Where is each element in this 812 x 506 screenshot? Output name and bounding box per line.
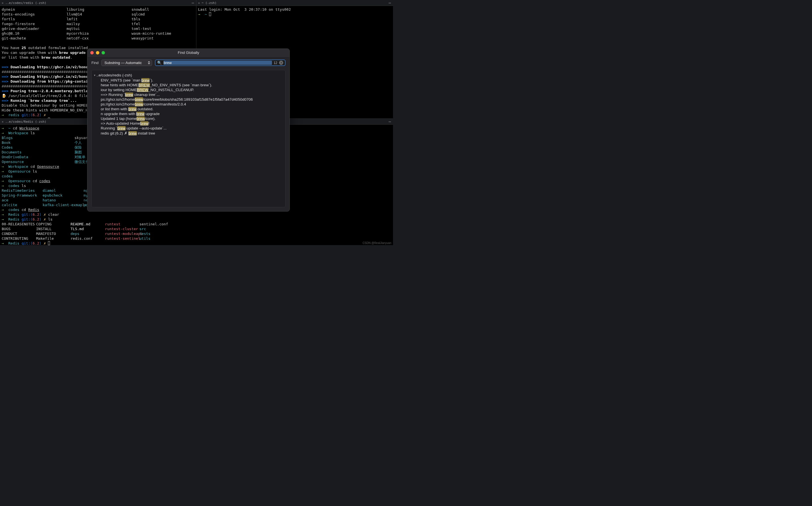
prompt-arrow-icon: → xyxy=(198,12,200,16)
git-branch: 6.2 xyxy=(33,217,39,222)
result-line[interactable]: ps://ghcr.io/v2/homebrew/core/tree/blobs… xyxy=(93,97,284,102)
window-zoom-icon[interactable] xyxy=(101,51,105,55)
result-line[interactable]: ps://ghcr.io/v2/homebrew/core/tree/manif… xyxy=(93,102,284,107)
result-line[interactable]: hese hints with HOMEBREW_NO_ENV_HINTS (s… xyxy=(93,83,284,87)
formula: git-machete xyxy=(2,36,67,40)
dir: 脑图 xyxy=(75,150,82,154)
prompt-arrow-icon: → xyxy=(2,179,4,183)
dir: Codes xyxy=(2,145,75,150)
cmd: ls xyxy=(48,217,53,222)
file: COPYING xyxy=(36,222,71,227)
cmd: ls xyxy=(21,184,26,188)
prompt-arrow-icon: → xyxy=(2,241,4,245)
file: 00-RELEASENOTES xyxy=(2,222,36,227)
cursor-icon xyxy=(48,241,50,245)
result-line[interactable]: n upgrade them with brew upgrade xyxy=(93,111,284,116)
file: redis.conf xyxy=(71,236,105,241)
window-minimize-icon[interactable] xyxy=(96,51,99,55)
cursor-icon xyxy=(48,117,50,118)
arrow-icon: ==> xyxy=(2,98,8,103)
pane-menu-icon[interactable]: ⋯ xyxy=(389,119,391,124)
dir: 个人 xyxy=(75,141,82,145)
cmd: clear xyxy=(48,213,59,217)
prompt-path: Redis xyxy=(4,213,22,217)
git-prefix: git:( xyxy=(21,213,32,217)
formula: weasyprint xyxy=(132,36,154,40)
file: README.md xyxy=(71,222,105,227)
file: TLS.md xyxy=(71,227,105,231)
formula: fuego-firestore xyxy=(2,21,67,26)
search-input[interactable]: brew xyxy=(163,61,272,65)
pane-menu-icon[interactable]: ⋯ xyxy=(389,1,391,5)
progress-bar: ######################################## xyxy=(2,70,90,74)
git-branch: 6.2 xyxy=(33,213,39,217)
tab-close-icon[interactable]: ✕ xyxy=(2,1,4,5)
prompt-path: Redis xyxy=(4,217,22,222)
dir: Spring-Framework xyxy=(2,193,43,198)
dir: Book xyxy=(2,140,75,145)
formula: lmfit xyxy=(67,17,132,21)
dialog-toolbar: Find Substring — Automatic 🔍 brew 12 ✕ xyxy=(87,57,290,69)
formula: fonts-encodings xyxy=(2,12,67,17)
cursor-icon xyxy=(209,12,211,16)
prompt-path: codes xyxy=(4,207,22,212)
dir: ace xyxy=(2,198,43,202)
text: . xyxy=(70,55,73,60)
formula: liburing xyxy=(67,7,132,12)
file: sentinel.conf xyxy=(139,222,168,226)
dirty-icon: ✗ xyxy=(42,117,46,118)
search-field[interactable]: 🔍 brew 12 ✕ xyxy=(155,60,286,66)
hint-line: Hide these hints with HOMEBREW_NO_ENV_HI… xyxy=(2,108,101,112)
count: 25 xyxy=(21,46,26,50)
result-line[interactable]: iour by setting HOMEBREW_NO_INSTALL_CLEA… xyxy=(93,87,284,92)
exec-file: runtest xyxy=(105,222,139,227)
dir: codes xyxy=(2,174,13,178)
formula: ghc@8.10 xyxy=(2,31,67,36)
result-line[interactable]: ENV_HINTS (see `man brew`). xyxy=(93,78,284,83)
git-branch: 6.2 xyxy=(33,241,39,245)
text: or list them with xyxy=(2,55,42,60)
dialog-titlebar[interactable]: Find Globally xyxy=(87,49,290,57)
tab-close-icon[interactable]: ✕ xyxy=(198,1,200,5)
results-list[interactable]: ▾ ..e/codes/redis (-zsh) ENV_HINTS (see … xyxy=(91,70,286,207)
search-icon: 🔍 xyxy=(157,61,162,65)
formula: mqttui xyxy=(67,26,132,31)
prompt-arrow-icon: → xyxy=(2,207,4,212)
prompt-arrow-icon: → xyxy=(2,169,4,173)
git-prefix: git:( xyxy=(21,117,32,118)
result-line[interactable]: Running `brew update --auto-update`... xyxy=(93,126,284,131)
prompt-path: Redis xyxy=(4,241,22,245)
result-group-header[interactable]: ▾ ..e/codes/redis (-zsh) xyxy=(93,73,284,78)
dir: diamol xyxy=(43,188,84,193)
window-close-icon[interactable] xyxy=(90,51,94,55)
hint-line: Disable this behaviour by setting HOMEBR… xyxy=(2,103,101,107)
match-mode-select[interactable]: Substring — Automatic xyxy=(101,60,152,66)
prompt-arrow-icon: → xyxy=(2,126,4,130)
prompt-path: Workspace xyxy=(4,131,30,135)
tab-close-icon[interactable]: ✕ xyxy=(2,120,4,123)
result-line[interactable]: redis git:(6.2) ✗ brew install tree xyxy=(93,131,284,136)
file: CONTRIBUTING xyxy=(2,236,36,241)
dir: kafka-client-exmaple xyxy=(43,202,84,207)
dir: calcite xyxy=(2,202,43,207)
find-globally-dialog: Find Globally Find Substring — Automatic… xyxy=(87,49,290,212)
git-prefix: git:( xyxy=(21,241,32,245)
cmd: cd xyxy=(33,179,39,183)
window-controls xyxy=(90,51,105,55)
result-line[interactable]: ==> Running `brew cleanup tree`... xyxy=(93,92,284,97)
dirty-icon: ✗ xyxy=(42,217,48,222)
dir: 对账单 xyxy=(75,155,85,159)
formula: gdrive-downloader xyxy=(2,26,67,31)
result-line[interactable]: Updated 1 tap (homebrew/core). xyxy=(93,116,284,121)
result-line[interactable]: or list them with brew outdated. xyxy=(93,107,284,111)
file: BUGS xyxy=(2,227,36,231)
clear-search-icon[interactable]: ✕ xyxy=(279,61,283,65)
pane-tab-bar: ✕ ~ (-zsh) ⋯ xyxy=(196,0,393,6)
result-line[interactable]: => Auto-updated Homebrew! xyxy=(93,121,284,126)
exec-file: runtest-cluster xyxy=(105,227,139,231)
chevron-down-icon: ▾ xyxy=(94,74,95,77)
git-branch: 6.2 xyxy=(33,117,39,118)
file: INSTALL xyxy=(36,227,71,231)
find-label: Find xyxy=(91,61,98,65)
pane-menu-icon[interactable]: ⋯ xyxy=(192,1,194,5)
